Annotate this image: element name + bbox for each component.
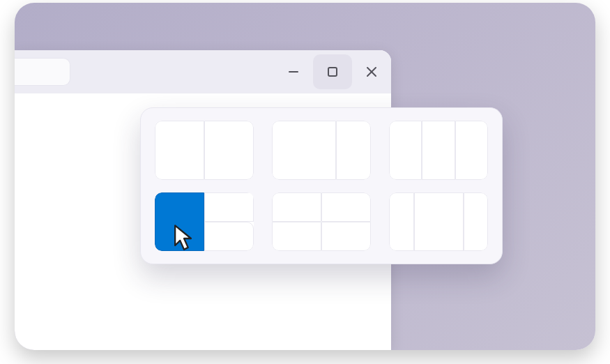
svg-rect-0 (289, 71, 298, 73)
snap-layout-split-50-50 (155, 121, 254, 180)
screenshot-stage (0, 0, 610, 364)
snap-zone[interactable] (464, 192, 489, 252)
snap-layout-split-70-30 (272, 121, 371, 180)
snap-zone[interactable] (414, 192, 464, 252)
window-controls (274, 50, 391, 93)
snap-layout-quadrants (272, 192, 371, 252)
snap-zone[interactable] (389, 121, 422, 180)
snap-zone[interactable] (272, 121, 336, 180)
snap-zone[interactable] (321, 192, 371, 222)
maximize-button[interactable] (313, 54, 352, 89)
window-titlebar (15, 50, 391, 93)
snap-zone[interactable] (204, 192, 254, 222)
snap-layout-left-half-right-stack (155, 192, 254, 252)
minimize-icon (287, 66, 300, 78)
snap-zone[interactable] (455, 121, 488, 180)
address-bar[interactable] (15, 58, 70, 86)
snap-zone[interactable] (155, 121, 204, 180)
close-icon (365, 66, 378, 78)
snap-zone[interactable] (272, 222, 321, 251)
snap-layouts-flyout (140, 107, 503, 264)
snap-zone[interactable] (422, 121, 455, 180)
snap-zone[interactable] (336, 121, 371, 180)
close-button[interactable] (352, 54, 391, 89)
snap-zone[interactable] (272, 192, 321, 222)
snap-zone[interactable] (204, 121, 254, 180)
snap-layout-wide-center (389, 192, 488, 252)
snap-layout-three-columns (389, 121, 488, 180)
maximize-icon (326, 66, 339, 78)
snap-zone-selected[interactable] (155, 192, 204, 252)
minimize-button[interactable] (274, 54, 313, 89)
desktop-wallpaper (15, 3, 595, 350)
snap-zone[interactable] (389, 192, 414, 252)
snap-zone[interactable] (321, 222, 371, 251)
snap-zone[interactable] (204, 222, 254, 251)
svg-rect-1 (328, 68, 337, 76)
